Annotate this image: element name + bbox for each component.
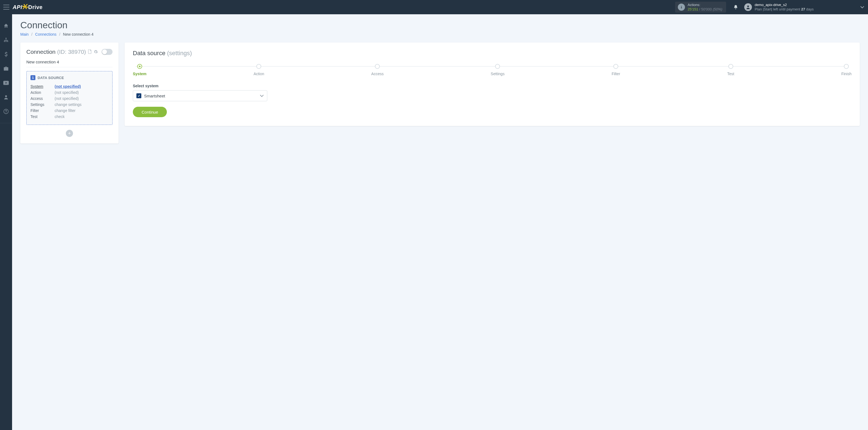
smartsheet-icon: ✓ bbox=[136, 93, 141, 98]
sidebar-home[interactable] bbox=[2, 22, 10, 30]
connection-card-title: Connection bbox=[26, 49, 56, 55]
user-menu[interactable]: demo_apix-drive_s2 Plan |Start| left unt… bbox=[744, 3, 864, 11]
step-label: Action bbox=[254, 72, 264, 76]
data-source-row-label: Settings bbox=[30, 101, 52, 108]
sidebar-account[interactable] bbox=[2, 93, 10, 101]
step-dot bbox=[613, 64, 618, 69]
data-source-row-label: Test bbox=[30, 114, 52, 120]
svg-point-10 bbox=[6, 112, 6, 113]
step-system[interactable]: System bbox=[133, 64, 147, 76]
svg-rect-5 bbox=[5, 41, 6, 42]
step-label: Filter bbox=[612, 72, 620, 76]
data-source-row[interactable]: Action(not specified) bbox=[30, 89, 108, 95]
data-source-row-label: System bbox=[30, 84, 52, 89]
right-card-title: Data source (settings) bbox=[133, 50, 851, 57]
page-title: Connection bbox=[20, 20, 860, 30]
step-label: Settings bbox=[491, 72, 505, 76]
svg-rect-1 bbox=[681, 7, 682, 8]
main-content: Connection Main / Connections / New conn… bbox=[12, 14, 868, 430]
menu-icon[interactable] bbox=[3, 4, 10, 11]
data-source-header: DATA SOURCE bbox=[38, 76, 64, 80]
select-system-value: Smartsheet bbox=[144, 94, 257, 98]
user-plan: Plan |Start| left until payment 27 days bbox=[755, 7, 814, 11]
sidebar bbox=[0, 14, 12, 430]
svg-point-8 bbox=[5, 95, 7, 97]
data-source-row[interactable]: Settingschange settings bbox=[30, 101, 108, 108]
gear-icon[interactable] bbox=[94, 50, 98, 54]
data-source-box: 1 DATA SOURCE System(not specified)Actio… bbox=[26, 71, 113, 125]
data-source-row[interactable]: Testcheck bbox=[30, 114, 108, 120]
data-source-row-value: change settings bbox=[55, 101, 82, 108]
data-source-row-value: check bbox=[55, 114, 65, 120]
svg-rect-6 bbox=[7, 41, 8, 42]
connection-toggle[interactable] bbox=[101, 49, 113, 55]
data-source-row-value: (not specified) bbox=[55, 89, 79, 95]
step-label: Finish bbox=[841, 72, 851, 76]
svg-rect-4 bbox=[4, 41, 5, 42]
user-name: demo_apix-drive_s2 bbox=[755, 3, 814, 7]
breadcrumb-current: New connection 4 bbox=[63, 32, 94, 36]
svg-point-0 bbox=[681, 6, 682, 6]
step-dot bbox=[495, 64, 500, 69]
sidebar-help[interactable] bbox=[2, 107, 10, 116]
step-filter[interactable]: Filter bbox=[612, 64, 620, 76]
data-source-row-value: (not specified) bbox=[55, 95, 79, 101]
continue-button[interactable]: Continue bbox=[133, 107, 167, 117]
step-dot bbox=[375, 64, 380, 69]
data-source-settings-card: Data source (settings) SystemActionAcces… bbox=[125, 42, 860, 126]
actions-values: 25'151 / 50'000 (50%) bbox=[688, 7, 722, 11]
actions-label: Actions: bbox=[688, 3, 722, 7]
data-source-row-label: Filter bbox=[30, 108, 52, 114]
data-source-row-value: (not specified) bbox=[55, 84, 81, 89]
svg-rect-3 bbox=[5, 38, 6, 39]
logo[interactable]: API X Drive bbox=[12, 3, 42, 11]
sidebar-connections[interactable] bbox=[2, 36, 10, 44]
info-icon bbox=[678, 4, 685, 11]
data-source-badge: 1 bbox=[30, 75, 35, 80]
add-destination-button[interactable]: + bbox=[66, 130, 73, 137]
actions-usage[interactable]: Actions: 25'151 / 50'000 (50%) bbox=[675, 2, 726, 12]
sidebar-briefcase[interactable] bbox=[2, 64, 10, 73]
connection-name: New connection 4 bbox=[26, 60, 113, 67]
data-source-row-label: Action bbox=[30, 89, 52, 95]
step-dot bbox=[844, 64, 849, 69]
breadcrumb-main[interactable]: Main bbox=[20, 32, 29, 36]
step-label: Access bbox=[371, 72, 384, 76]
stepper: SystemActionAccessSettingsFilterTestFini… bbox=[133, 64, 851, 76]
step-test[interactable]: Test bbox=[727, 64, 734, 76]
sidebar-billing[interactable] bbox=[2, 50, 10, 59]
top-header: API X Drive Actions: 25'151 / 50'000 (50… bbox=[0, 0, 868, 14]
select-system-dropdown[interactable]: ✓ Smartsheet bbox=[133, 90, 267, 101]
logo-text-sep: X bbox=[23, 2, 28, 11]
chevron-down-icon bbox=[860, 6, 864, 8]
svg-point-2 bbox=[747, 5, 749, 7]
data-source-row[interactable]: Filterchange filter bbox=[30, 108, 108, 114]
data-source-row-label: Access bbox=[30, 95, 52, 101]
step-settings[interactable]: Settings bbox=[491, 64, 505, 76]
data-source-row-value: change filter bbox=[55, 108, 75, 114]
step-dot bbox=[137, 64, 142, 69]
sidebar-divider bbox=[0, 123, 12, 123]
connection-card: Connection (ID: 38970) New connection 4 … bbox=[20, 42, 119, 144]
breadcrumb-connections[interactable]: Connections bbox=[35, 32, 57, 36]
step-action[interactable]: Action bbox=[254, 64, 264, 76]
data-source-row[interactable]: Access(not specified) bbox=[30, 95, 108, 101]
step-dot bbox=[728, 64, 733, 69]
step-label: Test bbox=[727, 72, 734, 76]
step-finish[interactable]: Finish bbox=[841, 64, 851, 76]
notifications-icon[interactable] bbox=[731, 2, 740, 12]
connection-card-id: (ID: 38970) bbox=[57, 49, 86, 55]
avatar-icon bbox=[744, 3, 752, 11]
sidebar-youtube[interactable] bbox=[2, 79, 10, 87]
logo-text-left: API bbox=[12, 4, 22, 10]
step-label: System bbox=[133, 72, 147, 76]
copy-icon[interactable] bbox=[88, 50, 92, 54]
data-source-row[interactable]: System(not specified) bbox=[30, 84, 108, 89]
step-access[interactable]: Access bbox=[371, 64, 384, 76]
chevron-down-icon bbox=[260, 94, 264, 97]
logo-text-right: Drive bbox=[28, 4, 43, 10]
select-system-label: Select system bbox=[133, 84, 851, 88]
breadcrumb: Main / Connections / New connection 4 bbox=[20, 32, 860, 36]
step-dot bbox=[256, 64, 261, 69]
